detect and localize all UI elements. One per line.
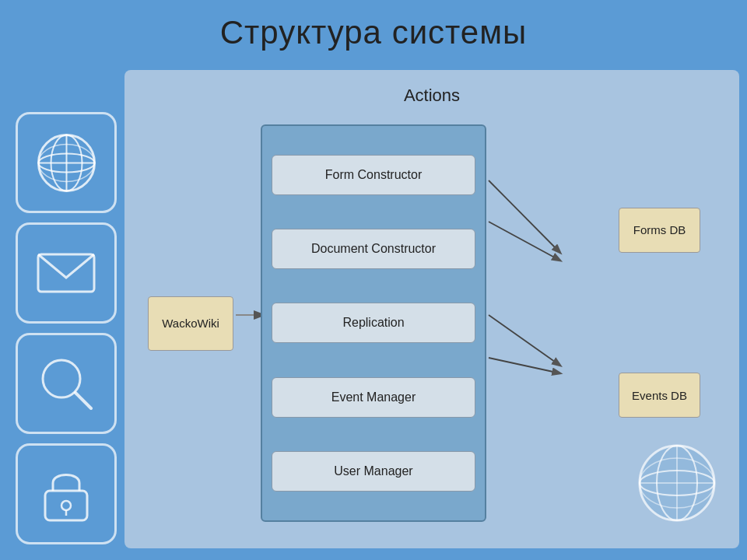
sidebar-search-icon [16,333,117,434]
main-content: Actions WackoWiki Fo [124,70,739,548]
forms-db-box: Forms DB [619,208,700,253]
action-document-constructor: Document Constructor [272,229,475,269]
svg-line-14 [489,222,560,261]
svg-line-8 [75,393,91,408]
action-event-manager: Event Manager [272,377,475,418]
actions-panel: Form Constructor Document Constructor Re… [261,124,486,522]
sidebar [0,0,132,560]
diagram: WackoWiki Form Constructor Document Cons… [140,117,724,530]
wackowiki-box: WackoWiki [148,296,233,351]
svg-rect-9 [45,491,87,520]
sidebar-globe-icon [16,112,117,213]
sidebar-lock-icon [16,443,117,544]
action-replication: Replication [272,303,475,343]
action-form-constructor: Form Constructor [272,155,475,195]
svg-point-10 [61,501,71,510]
sidebar-mail-icon [16,222,117,324]
action-user-manager: User Manager [272,451,475,492]
globe-decoration [634,440,720,526]
actions-label: Actions [140,86,724,106]
svg-line-13 [489,180,560,253]
svg-line-15 [489,315,560,366]
svg-line-16 [489,358,560,373]
events-db-box: Events DB [619,373,700,418]
